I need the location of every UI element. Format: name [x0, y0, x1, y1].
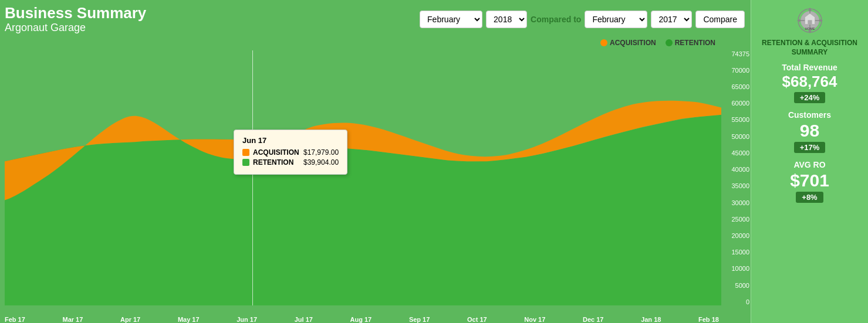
y-label-35000: 35000 — [731, 182, 749, 189]
retention-dot — [666, 39, 673, 46]
chart-svg — [5, 50, 721, 305]
customers-label: Customers — [757, 110, 862, 120]
x-label-dec17: Dec 17 — [583, 316, 603, 323]
revenue-label: Total Revenue — [757, 63, 862, 72]
home-logo: HOME — [792, 6, 828, 35]
tooltip: Jun 17 ACQUISITION $17,979.00 RETENTION … — [234, 130, 347, 175]
acquisition-dot — [600, 39, 607, 46]
y-label-65000: 65000 — [731, 83, 749, 90]
legend: ACQUISITION RETENTION — [600, 39, 715, 47]
vertical-marker — [252, 50, 253, 305]
acquisition-legend-label: ACQUISITION — [610, 39, 656, 47]
x-label-jun17: Jun 17 — [237, 316, 257, 323]
x-label-feb18: Feb 18 — [698, 316, 719, 323]
avg-ro-label: AVG RO — [757, 160, 862, 169]
y-axis-labels: 74375 70000 65000 60000 55000 50000 4500… — [721, 50, 751, 305]
y-label-45000: 45000 — [731, 149, 749, 157]
y-label-55000: 55000 — [731, 116, 749, 123]
x-label-aug17: Aug 17 — [350, 316, 372, 323]
panel-section-title: RETENTION & ACQUISITION SUMMARY — [757, 39, 862, 57]
x-label-nov17: Nov 17 — [524, 316, 545, 323]
revenue-block: Total Revenue $68,764 +24% — [757, 63, 862, 103]
revenue-value: $68,764 — [757, 73, 862, 90]
x-label-oct17: Oct 17 — [467, 316, 487, 323]
year1-select[interactable]: 201720182019 — [486, 11, 527, 28]
chart-svg-container — [5, 50, 721, 305]
x-label-jul17: Jul 17 — [295, 316, 313, 323]
retention-legend-label: RETENTION — [675, 39, 715, 47]
avg-ro-block: AVG RO $701 +8% — [757, 160, 862, 203]
compared-to-label: Compared to — [531, 15, 581, 24]
tooltip-title: Jun 17 — [242, 136, 339, 145]
month2-select[interactable]: February JanuaryMarchApril MayJuneJuly A… — [585, 11, 647, 28]
y-label-20000: 20000 — [731, 232, 749, 239]
legend-retention: RETENTION — [666, 39, 715, 47]
tooltip-acquisition-row: ACQUISITION $17,979.00 — [242, 148, 339, 157]
svg-rect-9 — [808, 20, 812, 24]
avg-ro-badge: +8% — [796, 192, 823, 203]
y-label-50000: 50000 — [731, 133, 749, 140]
controls: February JanuaryMarchApril MayJuneJuly A… — [420, 11, 745, 28]
home-icon: HOME — [792, 6, 828, 35]
page-title: Business Summary — [5, 5, 146, 22]
subtitle: Argonaut Garage — [5, 22, 146, 34]
title-block: Business Summary Argonaut Garage — [5, 5, 146, 34]
customers-block: Customers 98 +17% — [757, 110, 862, 153]
y-label-15000: 15000 — [731, 249, 749, 256]
year2-select[interactable]: 201620172018 — [651, 11, 692, 28]
month1-select[interactable]: February JanuaryMarchApril MayJuneJuly A… — [420, 11, 482, 28]
tooltip-retention-label: RETENTION — [253, 158, 300, 166]
y-label-0: 0 — [746, 298, 749, 305]
tooltip-acquisition-label: ACQUISITION — [253, 148, 300, 157]
header-row: Business Summary Argonaut Garage Februar… — [5, 5, 751, 34]
y-label-74375: 74375 — [731, 50, 749, 57]
tooltip-retention-color — [242, 159, 249, 166]
y-label-40000: 40000 — [731, 166, 749, 173]
chart-area: ACQUISITION RETENTION Jun 17 ACQUISITI — [5, 39, 751, 323]
tooltip-acquisition-value: $17,979.00 — [303, 148, 339, 157]
legend-acquisition: ACQUISITION — [600, 39, 656, 47]
x-label-apr17: Apr 17 — [120, 316, 140, 323]
y-label-5000: 5000 — [735, 282, 749, 289]
revenue-badge: +24% — [794, 92, 826, 103]
x-label-mar17: Mar 17 — [63, 316, 83, 323]
y-label-30000: 30000 — [731, 199, 749, 206]
compare-button[interactable]: Compare — [695, 11, 745, 28]
x-label-may17: May 17 — [178, 316, 200, 323]
y-label-60000: 60000 — [731, 100, 749, 107]
y-label-25000: 25000 — [731, 216, 749, 223]
svg-text:HOME: HOME — [805, 27, 815, 30]
y-label-10000: 10000 — [731, 265, 749, 272]
customers-value: 98 — [757, 121, 862, 140]
y-label-70000: 70000 — [731, 67, 749, 74]
main-area: Business Summary Argonaut Garage Februar… — [0, 0, 751, 323]
tooltip-retention-row: RETENTION $39,904.00 — [242, 158, 339, 166]
tooltip-retention-value: $39,904.00 — [303, 158, 339, 166]
right-panel: HOME RETENTION & ACQUISITION SUMMARY Tot… — [751, 0, 868, 323]
x-label-feb17: Feb 17 — [5, 316, 25, 323]
x-axis-labels: Feb 17 Mar 17 Apr 17 May 17 Jun 17 Jul 1… — [5, 316, 721, 323]
avg-ro-value: $701 — [757, 171, 862, 190]
x-label-sep17: Sep 17 — [409, 316, 430, 323]
customers-badge: +17% — [794, 142, 826, 153]
x-label-jan18: Jan 18 — [641, 316, 661, 323]
tooltip-acquisition-color — [242, 149, 249, 156]
